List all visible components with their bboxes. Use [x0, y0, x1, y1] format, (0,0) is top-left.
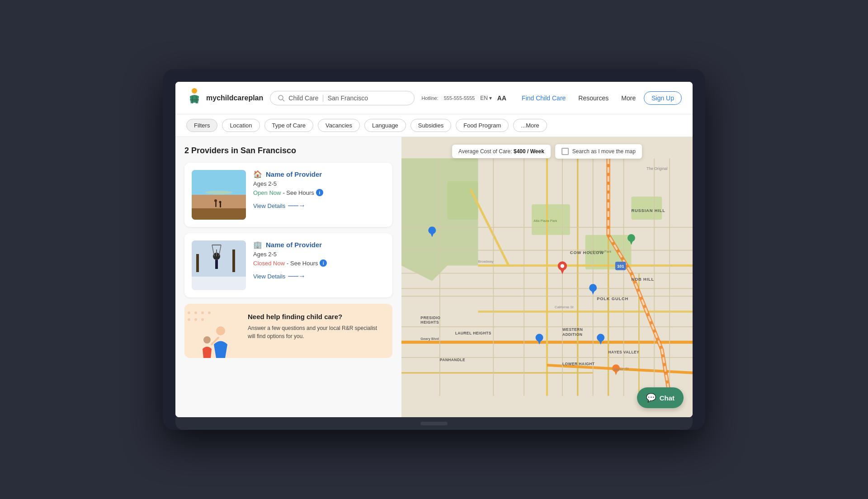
svg-text:Alta Plaza Park: Alta Plaza Park: [533, 219, 557, 223]
logo: mychildcareplan: [186, 87, 263, 108]
search-move-checkbox[interactable]: [561, 148, 569, 155]
svg-text:PRESIDIO: PRESIDIO: [420, 315, 440, 320]
provider-ages-2: Ages 2-5: [253, 251, 385, 258]
svg-point-22: [188, 311, 190, 314]
filter-subsidies[interactable]: Subsidies: [410, 119, 451, 132]
view-details-1[interactable]: View Details ──→: [253, 202, 385, 210]
svg-text:LAUREL HEIGHTS: LAUREL HEIGHTS: [455, 331, 491, 335]
svg-text:California St: California St: [555, 305, 574, 309]
svg-text:LOWER HAIGHT: LOWER HAIGHT: [562, 362, 595, 366]
svg-rect-13: [192, 277, 246, 290]
info-icon-1[interactable]: i: [316, 189, 323, 196]
header: mychildcareplan Child Care | San Francis…: [175, 82, 693, 114]
svg-text:HEIGHTS: HEIGHTS: [420, 320, 439, 325]
svg-line-3: [283, 99, 284, 101]
provider-image-1: [192, 170, 246, 220]
hotline-number: 555-555-5555: [444, 95, 475, 101]
svg-point-26: [188, 318, 190, 321]
svg-point-2: [278, 95, 283, 100]
view-details-2[interactable]: View Details ──→: [253, 272, 385, 280]
svg-rect-10: [220, 203, 221, 207]
search-as-move[interactable]: Search as I move the map: [555, 144, 642, 159]
sign-up-button[interactable]: Sign Up: [644, 91, 682, 105]
svg-point-11: [219, 201, 222, 203]
svg-text:RUSSIAN HILL: RUSSIAN HILL: [631, 208, 665, 213]
provider-snow-photo: [192, 240, 246, 290]
filter-more[interactable]: ...More: [513, 119, 547, 132]
nav-more[interactable]: More: [617, 92, 640, 104]
svg-rect-8: [215, 202, 217, 207]
chat-icon: 💬: [646, 393, 656, 403]
arrow-icon-2: ──→: [288, 272, 306, 280]
filter-food-program[interactable]: Food Program: [456, 119, 509, 132]
provider-info-1: 🏠 Name of Provider Ages 2-5 Open Now - S…: [253, 170, 385, 220]
chat-label: Chat: [660, 394, 675, 402]
status-closed-label: Closed Now: [253, 260, 285, 267]
svg-rect-15: [232, 250, 235, 272]
search-bar[interactable]: Child Care | San Francisco: [270, 91, 415, 105]
svg-text:HAYES VALLEY: HAYES VALLEY: [609, 350, 640, 354]
svg-rect-6: [192, 208, 246, 220]
provider-name-2: Name of Provider: [266, 241, 322, 249]
provider-beach-photo: [192, 170, 246, 220]
svg-rect-14: [196, 254, 199, 272]
svg-text:PANHANDLE: PANHANDLE: [440, 358, 465, 362]
filter-vacancies[interactable]: Vacancies: [318, 119, 360, 132]
filter-bar: Filters Location Type of Care Vacancies …: [175, 114, 693, 137]
map-svg: RUSSIAN HILL COW HOLLOW NOB HILL POLK GU…: [401, 137, 693, 417]
svg-text:Broadway: Broadway: [478, 259, 493, 264]
search-service-text: Child Care: [288, 94, 318, 102]
svg-point-30: [203, 336, 211, 344]
header-nav: Hotline: 555-555-5555 EN ▾ AA Find Child…: [421, 91, 682, 105]
left-panel: 2 Providers in San Francisco: [175, 137, 401, 417]
average-cost-badge: Average Cost of Care: $400 / Week: [452, 145, 551, 158]
svg-point-29: [216, 326, 225, 335]
provider-house-icon: 🏠: [253, 170, 262, 179]
svg-rect-5: [192, 195, 246, 208]
svg-text:NOB HILL: NOB HILL: [631, 277, 654, 282]
provider-status-2: Closed Now - See Hours i: [253, 259, 385, 267]
svg-point-23: [194, 311, 197, 314]
svg-point-7: [205, 191, 232, 194]
svg-text:101: 101: [617, 264, 624, 268]
svg-point-62: [561, 264, 564, 268]
filter-filters[interactable]: Filters: [186, 119, 217, 132]
svg-text:The Original: The Original: [646, 166, 667, 171]
svg-point-25: [208, 311, 211, 314]
provider-card-1: 🏠 Name of Provider Ages 2-5 Open Now - S…: [184, 163, 392, 227]
info-icon-2[interactable]: i: [320, 259, 327, 267]
map-area: RUSSIAN HILL COW HOLLOW NOB HILL POLK GU…: [401, 137, 693, 417]
logo-text: mychildcareplan: [206, 94, 263, 102]
filter-language[interactable]: Language: [364, 119, 406, 132]
provider-status-1: Open Now - See Hours i: [253, 189, 385, 196]
language-selector[interactable]: EN ▾: [480, 95, 492, 101]
provider-image-2: [192, 240, 246, 290]
provider-ages-1: Ages 2-5: [253, 180, 385, 187]
font-size-button[interactable]: AA: [497, 94, 506, 102]
svg-text:ADDITION: ADDITION: [562, 332, 582, 337]
hotline-info: Hotline: 555-555-5555 EN ▾ AA: [421, 94, 506, 102]
help-card: Need help finding child care? Answer a f…: [184, 304, 392, 358]
svg-point-24: [201, 311, 204, 314]
nav-resources[interactable]: Resources: [574, 92, 613, 104]
avg-cost-value: $400 / Week: [514, 148, 544, 155]
filter-type-of-care[interactable]: Type of Care: [264, 119, 313, 132]
svg-text:POLK GULCH: POLK GULCH: [597, 297, 628, 301]
svg-text:WESTERN: WESTERN: [562, 327, 583, 332]
status-open-label: Open Now: [253, 189, 281, 196]
search-move-label: Search as I move the map: [572, 148, 636, 155]
svg-text:Lafayette Park: Lafayette Park: [589, 250, 611, 254]
svg-point-28: [201, 318, 204, 321]
svg-rect-17: [215, 260, 218, 269]
logo-icon: [186, 87, 203, 108]
help-title: Need help finding child care?: [248, 313, 385, 320]
provider-info-2: 🏢 Name of Provider Ages 2-5 Closed Now -…: [253, 240, 385, 290]
provider-name-1: Name of Provider: [266, 170, 322, 178]
arrow-icon-1: ──→: [288, 202, 306, 210]
nav-find-child-care[interactable]: Find Child Care: [517, 92, 570, 104]
main-content: 2 Providers in San Francisco: [175, 137, 693, 417]
chat-button[interactable]: 💬 Chat: [637, 387, 684, 408]
filter-location[interactable]: Location: [222, 119, 259, 132]
search-icon: [278, 94, 285, 102]
provider-building-icon: 🏢: [253, 240, 262, 249]
